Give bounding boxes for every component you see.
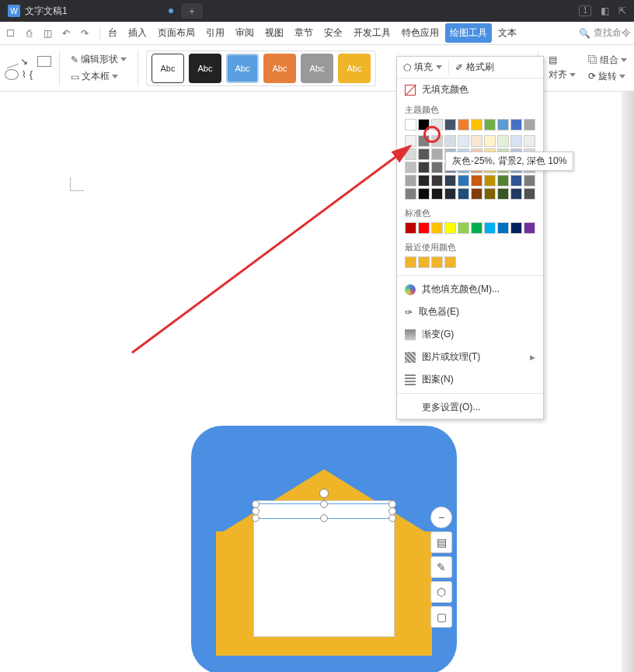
color-swatch[interactable] bbox=[484, 188, 496, 200]
tab-view[interactable]: 视图 bbox=[260, 23, 288, 43]
outline-button[interactable]: ▢ bbox=[430, 606, 452, 628]
color-swatch[interactable] bbox=[405, 148, 416, 160]
layout-button[interactable]: ▤ bbox=[430, 531, 452, 553]
color-swatch[interactable] bbox=[431, 162, 443, 173]
color-swatch[interactable] bbox=[405, 119, 416, 131]
color-swatch[interactable] bbox=[524, 135, 535, 147]
color-swatch[interactable] bbox=[418, 119, 430, 131]
color-swatch[interactable] bbox=[471, 222, 482, 234]
color-swatch[interactable] bbox=[524, 188, 535, 200]
color-swatch[interactable] bbox=[431, 256, 443, 268]
tab-reference[interactable]: 引用 bbox=[201, 23, 229, 43]
brace-shape-icon[interactable]: { bbox=[30, 69, 33, 80]
edit-shape-button[interactable]: ✎ 编辑形状 bbox=[68, 52, 130, 67]
settings-icon[interactable]: ⇱ bbox=[618, 5, 626, 16]
color-swatch[interactable] bbox=[510, 222, 522, 234]
shape-style-1[interactable]: Abc bbox=[152, 54, 184, 83]
color-swatch[interactable] bbox=[484, 135, 496, 147]
color-swatch[interactable] bbox=[431, 175, 443, 186]
color-swatch[interactable] bbox=[444, 119, 456, 131]
color-swatch[interactable] bbox=[471, 188, 482, 200]
color-swatch[interactable] bbox=[444, 188, 456, 200]
color-swatch[interactable] bbox=[471, 135, 482, 147]
color-swatch[interactable] bbox=[431, 148, 443, 160]
color-swatch[interactable] bbox=[431, 135, 443, 147]
envelope-card-shape[interactable]: − ▤ ✎ ⬡ ▢ bbox=[191, 426, 457, 672]
color-swatch[interactable] bbox=[431, 222, 443, 234]
fill-dropdown-button[interactable]: ⬠ 填充 bbox=[397, 57, 448, 78]
group-button[interactable]: ⿻组合 bbox=[586, 53, 629, 68]
color-swatch[interactable] bbox=[524, 222, 535, 234]
tab-start[interactable]: 台 bbox=[103, 23, 122, 43]
rect-shape-icon[interactable] bbox=[37, 56, 51, 67]
curve-shape-icon[interactable]: ⌇ bbox=[22, 69, 26, 80]
color-swatch[interactable] bbox=[497, 175, 509, 186]
shape-style-5[interactable]: Abc bbox=[301, 54, 333, 83]
color-swatch[interactable] bbox=[418, 175, 430, 186]
color-swatch[interactable] bbox=[458, 188, 469, 200]
color-swatch[interactable] bbox=[431, 188, 443, 200]
color-swatch[interactable] bbox=[497, 119, 509, 131]
color-swatch[interactable] bbox=[510, 119, 522, 131]
color-swatch[interactable] bbox=[418, 162, 430, 173]
selected-rectangle-shape[interactable] bbox=[255, 503, 393, 519]
align-button[interactable]: 对齐 bbox=[546, 68, 578, 82]
minus-button[interactable]: − bbox=[430, 507, 452, 528]
resize-handle[interactable] bbox=[388, 514, 396, 522]
tab-devtools[interactable]: 开发工具 bbox=[349, 23, 395, 43]
color-swatch[interactable] bbox=[444, 135, 456, 147]
color-swatch[interactable] bbox=[458, 119, 469, 131]
color-swatch[interactable] bbox=[471, 175, 482, 186]
color-swatch[interactable] bbox=[458, 222, 469, 234]
color-swatch[interactable] bbox=[510, 135, 522, 147]
pattern-item[interactable]: 图案(N) bbox=[397, 368, 543, 391]
oval-shape-icon[interactable] bbox=[5, 69, 19, 80]
rotate-button[interactable]: ⟳旋转 bbox=[586, 69, 629, 84]
rotate-handle[interactable] bbox=[319, 489, 329, 498]
no-fill-color-item[interactable]: 无填充颜色 bbox=[397, 78, 543, 101]
color-swatch[interactable] bbox=[497, 188, 509, 200]
window-badge[interactable]: 1 bbox=[579, 5, 591, 16]
tab-section[interactable]: 章节 bbox=[290, 23, 318, 43]
shape-style-2[interactable]: Abc bbox=[189, 54, 221, 83]
resize-handle[interactable] bbox=[320, 500, 328, 508]
color-swatch[interactable] bbox=[418, 135, 430, 147]
align-panel-button[interactable]: ▤ bbox=[546, 54, 578, 66]
color-swatch[interactable] bbox=[405, 222, 416, 234]
tab-insert[interactable]: 插入 bbox=[124, 23, 152, 43]
preview-icon[interactable]: ◫ bbox=[40, 26, 54, 40]
color-swatch[interactable] bbox=[418, 222, 430, 234]
shape-style-gallery[interactable]: Abc Abc Abc Abc Abc Abc bbox=[146, 50, 376, 86]
tab-text[interactable]: 文本 bbox=[493, 23, 521, 43]
shape-style-3[interactable]: Abc bbox=[226, 54, 259, 83]
color-swatch[interactable] bbox=[510, 188, 522, 200]
format-painter-button[interactable]: ✐ 格式刷 bbox=[449, 57, 500, 78]
color-swatch[interactable] bbox=[418, 188, 430, 200]
brush-button[interactable]: ✎ bbox=[430, 556, 452, 578]
color-swatch[interactable] bbox=[458, 175, 469, 186]
color-swatch[interactable] bbox=[405, 256, 416, 268]
new-tab-button[interactable]: ＋ bbox=[181, 3, 203, 19]
color-swatch[interactable] bbox=[418, 148, 430, 160]
color-swatch[interactable] bbox=[471, 119, 482, 131]
color-swatch[interactable] bbox=[524, 119, 535, 131]
color-swatch[interactable] bbox=[405, 188, 416, 200]
redo-icon[interactable]: ↷ bbox=[78, 26, 92, 40]
tab-drawing-tools[interactable]: 绘图工具 bbox=[445, 23, 492, 43]
undo-icon[interactable]: ↶ bbox=[59, 26, 73, 40]
color-swatch[interactable] bbox=[484, 175, 496, 186]
more-settings-item[interactable]: 更多设置(O)... bbox=[397, 396, 543, 419]
color-swatch[interactable] bbox=[405, 135, 416, 147]
color-swatch[interactable] bbox=[497, 222, 509, 234]
arrow-shape-icon[interactable]: ↘ bbox=[20, 56, 34, 67]
tab-review[interactable]: 审阅 bbox=[231, 23, 259, 43]
more-fill-colors-item[interactable]: 其他填充颜色(M)... bbox=[397, 278, 543, 301]
texture-item[interactable]: 图片或纹理(T) ▶ bbox=[397, 346, 543, 368]
fill-button[interactable]: ⬡ bbox=[430, 581, 452, 603]
shape-style-6[interactable]: Abc bbox=[338, 54, 371, 83]
tab-pagelayout[interactable]: 页面布局 bbox=[153, 23, 200, 43]
color-swatch[interactable] bbox=[484, 119, 496, 131]
gradient-item[interactable]: 渐变(G) bbox=[397, 323, 543, 346]
color-swatch[interactable] bbox=[510, 175, 522, 186]
shape-style-4[interactable]: Abc bbox=[263, 54, 296, 83]
